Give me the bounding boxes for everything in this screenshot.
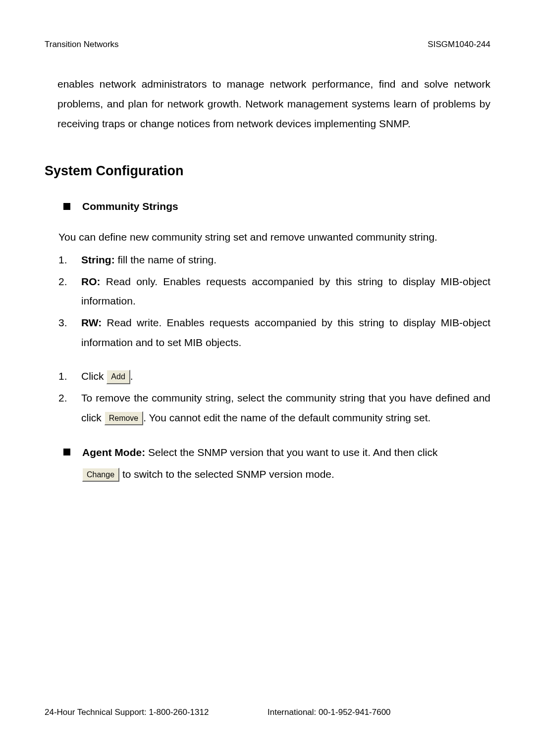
list-item: 1. String: fill the name of string.: [58, 250, 490, 270]
header-left: Transition Networks: [45, 40, 119, 50]
list-item: 1. Click Add.: [58, 366, 490, 386]
list-item: 2. RO: Read only. Enables requests accom…: [58, 272, 490, 311]
term-label: RW:: [81, 317, 102, 328]
list-number: 1.: [58, 250, 81, 270]
agent-line2-rest: to switch to the selected SNMP version m…: [119, 468, 334, 480]
footer-right: International: 00-1-952-941-7600: [268, 707, 490, 717]
term-label: String:: [81, 254, 115, 265]
list-number: 2.: [58, 388, 81, 428]
list-number: 2.: [58, 272, 81, 311]
step-text-pre: Click: [81, 370, 107, 382]
footer-left: 24-Hour Technical Support: 1-800-260-131…: [45, 707, 268, 717]
step-text-post: .: [130, 370, 133, 382]
add-button[interactable]: Add: [107, 370, 130, 384]
definition-list: 1. String: fill the name of string. 2. R…: [58, 250, 490, 353]
agent-mode-label: Agent Mode:: [82, 447, 145, 458]
change-button[interactable]: Change: [82, 468, 119, 482]
list-number: 1.: [58, 366, 81, 386]
agent-line1-rest: Select the SNMP version that you want to…: [145, 447, 437, 458]
term-label: RO:: [81, 276, 101, 287]
steps-list: 1. Click Add. 2. To remove the community…: [58, 366, 490, 428]
community-lead-text: You can define new community string set …: [58, 231, 490, 243]
list-number: 3.: [58, 313, 81, 353]
page-header: Transition Networks SISGM1040-244: [45, 40, 490, 50]
list-item: 2. To remove the community string, selec…: [58, 388, 490, 428]
community-strings-heading: Community Strings: [82, 201, 178, 212]
remove-button[interactable]: Remove: [105, 411, 144, 425]
term-text: fill the name of string.: [115, 254, 216, 265]
intro-paragraph: enables network administrators to manage…: [57, 74, 490, 134]
header-right: SISGM1040-244: [428, 40, 490, 50]
square-bullet-icon: [63, 449, 70, 455]
square-bullet-icon: [63, 203, 70, 210]
community-strings-heading-row: Community Strings: [63, 201, 490, 212]
step-text-post: . You cannot edit the name of the defaul…: [143, 412, 430, 423]
page-footer: 24-Hour Technical Support: 1-800-260-131…: [45, 707, 490, 717]
agent-mode-block: Agent Mode: Select the SNMP version that…: [63, 442, 490, 485]
term-text: Read write. Enables requests accompanied…: [81, 317, 490, 348]
term-text: Read only. Enables requests accompanied …: [81, 276, 490, 307]
section-title: System Configuration: [45, 163, 490, 179]
list-item: 3. RW: Read write. Enables requests acco…: [58, 313, 490, 353]
